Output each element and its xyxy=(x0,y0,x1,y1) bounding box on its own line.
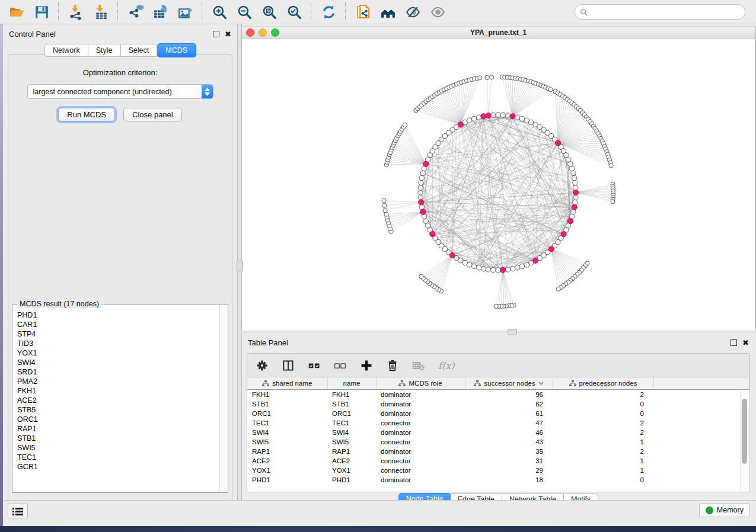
tab-select[interactable]: Select xyxy=(121,44,158,57)
result-node[interactable]: CAR1 xyxy=(17,320,220,329)
table-row[interactable]: STB1STB1dominator620 xyxy=(247,399,749,409)
zoom-selected-icon[interactable] xyxy=(286,4,302,20)
column-header-name[interactable]: name xyxy=(327,377,376,390)
result-node[interactable]: PHD1 xyxy=(17,310,220,320)
table-row[interactable]: FKH1FKH1dominator962 xyxy=(247,390,749,400)
column-header-predecessor-nodes[interactable]: predecessor nodes xyxy=(553,377,653,390)
zoom-fit-icon[interactable] xyxy=(261,4,277,20)
vertical-splitter[interactable] xyxy=(237,24,242,507)
function-builder-icon: f(x) xyxy=(438,360,454,371)
result-node[interactable]: SWI4 xyxy=(17,358,220,367)
result-node[interactable]: YOX1 xyxy=(17,348,220,358)
show-all-columns-icon[interactable] xyxy=(308,359,321,372)
delete-column-icon[interactable] xyxy=(386,359,399,372)
network-overview-icon[interactable] xyxy=(379,4,396,20)
split-columns-icon[interactable] xyxy=(282,359,295,372)
refresh-layout-icon[interactable] xyxy=(320,4,337,20)
panel-list-button[interactable] xyxy=(8,504,28,518)
cell-shared-name: RAP1 xyxy=(247,447,327,456)
control-panel-tabs: NetworkStyleSelectMCDS xyxy=(3,44,237,57)
control-panel-title: Control Panel xyxy=(9,30,56,39)
result-node[interactable]: RAP1 xyxy=(17,424,220,434)
search-input[interactable] xyxy=(591,7,740,17)
cell-shared-name: SWI5 xyxy=(247,437,327,447)
cell-name: RAP1 xyxy=(327,447,376,456)
cell-filler xyxy=(653,475,749,485)
cell-shared-name: PHD1 xyxy=(247,475,327,485)
cell-MCDS-role: connector xyxy=(376,418,465,428)
table-row[interactable]: ACE2ACE2connector311 xyxy=(247,456,749,466)
table-row[interactable]: ORC1ORC1dominator610 xyxy=(247,409,749,418)
delete-table-icon xyxy=(412,359,425,372)
app-window: Control Panel ✖ NetworkStyleSelectMCDS O… xyxy=(0,0,756,526)
list-icon xyxy=(12,507,23,515)
memory-label: Memory xyxy=(717,506,744,514)
cell-filler xyxy=(653,409,749,418)
table-row[interactable]: TEC1TEC1connector472 xyxy=(247,418,749,428)
cell-successor-nodes: 62 xyxy=(465,399,553,409)
cell-filler xyxy=(653,437,749,447)
horizontal-splitter[interactable] xyxy=(241,331,756,333)
export-table-icon[interactable] xyxy=(152,4,168,20)
close-panel-icon[interactable]: ✖ xyxy=(742,340,749,345)
import-table-icon[interactable] xyxy=(92,4,109,20)
tab-mcds[interactable]: MCDS xyxy=(157,43,196,57)
network-canvas[interactable] xyxy=(241,39,755,331)
tab-style[interactable]: Style xyxy=(88,44,121,57)
result-node[interactable]: SRD1 xyxy=(17,367,220,377)
hide-graphics-details-icon[interactable] xyxy=(404,4,421,20)
result-node[interactable]: ORC1 xyxy=(17,415,220,424)
cell-MCDS-role: dominator xyxy=(376,409,465,418)
table-row[interactable]: SWI5SWI5connector431 xyxy=(247,437,749,447)
cell-predecessor-nodes: 1 xyxy=(553,456,653,466)
memory-button[interactable]: Memory xyxy=(699,503,750,517)
result-node[interactable]: PMA2 xyxy=(17,377,220,386)
cell-predecessor-nodes: 1 xyxy=(553,437,653,447)
result-node[interactable]: TID3 xyxy=(17,339,220,348)
result-node[interactable]: STB5 xyxy=(17,405,220,415)
tab-network[interactable]: Network xyxy=(44,44,88,57)
column-header-successor-nodes[interactable]: successor nodes xyxy=(465,377,553,390)
splitter-grip[interactable] xyxy=(237,261,243,271)
cell-MCDS-role: connector xyxy=(376,466,465,475)
export-image-icon[interactable] xyxy=(177,4,193,20)
add-column-icon[interactable] xyxy=(360,359,373,372)
table-row[interactable]: PHD1PHD1dominator180 xyxy=(247,475,749,485)
column-header-shared-name[interactable]: shared name xyxy=(247,377,327,390)
result-node[interactable]: SWI5 xyxy=(17,443,220,453)
result-node[interactable]: STP4 xyxy=(17,329,220,339)
column-header-MCDS-role[interactable]: MCDS role xyxy=(376,377,465,390)
splitter-grip[interactable] xyxy=(508,329,517,335)
float-panel-icon[interactable] xyxy=(731,339,737,346)
table-row[interactable]: SWI4SWI4dominator462 xyxy=(247,428,749,437)
import-network-icon[interactable] xyxy=(68,4,84,20)
result-node[interactable]: STB1 xyxy=(17,434,220,443)
open-file-icon[interactable] xyxy=(8,4,25,20)
cell-successor-nodes: 96 xyxy=(465,390,553,400)
result-node[interactable]: GCR1 xyxy=(17,462,220,472)
zoom-in-icon[interactable] xyxy=(211,4,228,20)
search-box[interactable] xyxy=(575,4,745,20)
table-row[interactable]: RAP1RAP1dominator352 xyxy=(247,447,749,456)
result-node[interactable]: FKH1 xyxy=(17,386,220,396)
close-panel-button[interactable]: Close panel xyxy=(123,108,182,121)
column-settings-icon[interactable] xyxy=(256,359,269,372)
table-row[interactable]: YOX1YOX1connector291 xyxy=(247,466,749,475)
cell-shared-name: STB1 xyxy=(247,399,327,409)
zoom-out-icon[interactable] xyxy=(236,4,253,20)
hide-all-columns-icon[interactable] xyxy=(334,359,347,372)
result-node[interactable]: TEC1 xyxy=(17,453,220,462)
share-document-icon[interactable] xyxy=(355,4,371,20)
close-panel-icon[interactable]: ✖ xyxy=(225,31,231,37)
run-mcds-button[interactable]: Run MCDS xyxy=(58,108,115,121)
cell-name: FKH1 xyxy=(327,390,376,400)
result-node[interactable]: ACE2 xyxy=(17,396,220,405)
float-panel-icon[interactable] xyxy=(213,31,219,37)
export-network-icon[interactable] xyxy=(127,4,143,20)
criterion-dropdown[interactable]: largest connected component (undirected) xyxy=(27,84,213,99)
result-list-scrollbar[interactable] xyxy=(219,305,228,492)
mcds-result-list[interactable]: PHD1CAR1STP4TID3YOX1SWI4SRD1PMA2FKH1ACE2… xyxy=(12,307,220,492)
scrollbar-thumb[interactable] xyxy=(742,399,747,464)
table-scrollbar[interactable] xyxy=(740,390,749,491)
save-session-icon[interactable] xyxy=(33,4,50,20)
